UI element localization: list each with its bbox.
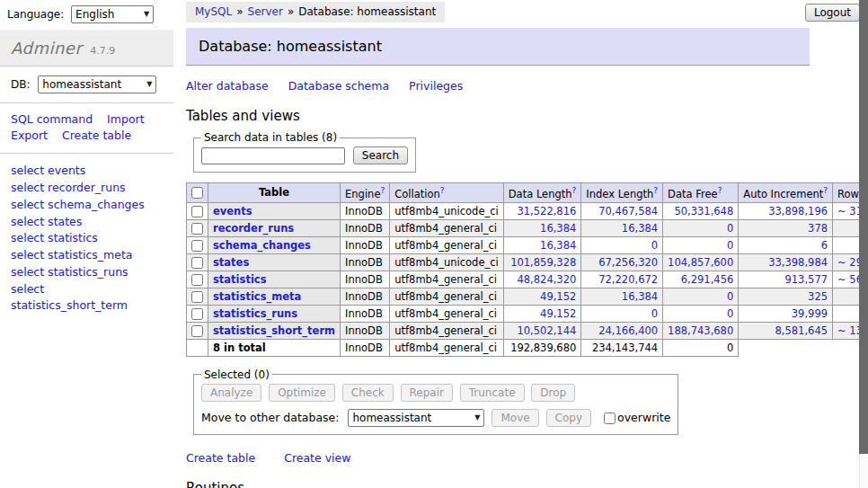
- alter-database-link[interactable]: Alter database: [186, 79, 269, 93]
- index-length-total: 234,143,744: [581, 339, 663, 356]
- table-row: events InnoDB utf8mb4_unicode_ci 31,522,…: [187, 202, 868, 219]
- cell-link[interactable]: 39,999: [792, 307, 828, 320]
- cell-link[interactable]: 24,166,400: [598, 324, 658, 337]
- database-schema-link[interactable]: Database schema: [288, 79, 389, 93]
- row-checkbox[interactable]: [191, 206, 203, 217]
- table-link[interactable]: recorder_runs: [213, 222, 294, 235]
- privileges-link[interactable]: Privileges: [409, 79, 463, 93]
- table-link[interactable]: events: [213, 205, 252, 217]
- row-checkbox[interactable]: [191, 308, 203, 320]
- cell-link[interactable]: 70,467,584: [598, 205, 658, 217]
- row-checkbox[interactable]: [191, 240, 203, 252]
- sidebar-item-select-statistics[interactable]: select statistics: [11, 230, 163, 247]
- cell-link[interactable]: 0: [727, 222, 733, 235]
- cell-link[interactable]: 188,743,680: [668, 324, 733, 337]
- breadcrumb-link-server[interactable]: Server: [248, 5, 283, 18]
- table-link[interactable]: statistics_runs: [213, 307, 297, 320]
- search-button[interactable]: Search: [353, 146, 408, 164]
- create-table-link[interactable]: Create table: [186, 451, 255, 465]
- cell-link[interactable]: 0: [727, 290, 733, 303]
- sidebar-item-select-statistics-meta[interactable]: select statistics_meta: [11, 247, 163, 264]
- move-db-select[interactable]: homeassistant: [348, 409, 484, 427]
- cell-link[interactable]: 50,331,648: [674, 205, 733, 217]
- collation-total: utf8mb4_general_ci: [390, 339, 504, 356]
- cell-link[interactable]: 33,398,984: [768, 256, 828, 269]
- cell-link[interactable]: 0: [651, 307, 658, 320]
- cell-link[interactable]: 16,384: [540, 239, 576, 252]
- help-link[interactable]: ?: [380, 186, 385, 195]
- cell-link[interactable]: 6: [821, 239, 828, 252]
- table-link[interactable]: statistics_meta: [213, 290, 301, 303]
- cell-link[interactable]: 67,256,320: [598, 256, 658, 269]
- overwrite-checkbox[interactable]: [604, 413, 616, 424]
- sidebar-link-import[interactable]: Import: [107, 112, 145, 126]
- help-link[interactable]: ?: [653, 186, 658, 195]
- db-select[interactable]: homeassistant: [38, 75, 156, 93]
- row-checkbox[interactable]: [191, 257, 203, 269]
- sidebar-item-select-events[interactable]: select events: [11, 163, 163, 180]
- tables-and-views-heading: Tables and views: [186, 108, 810, 124]
- column-header-collation: Collation?: [390, 183, 504, 203]
- cell-link[interactable]: 0: [651, 239, 658, 252]
- column-header-table: Table: [208, 183, 341, 203]
- sidebar-item-select-statistics-runs[interactable]: select statistics_runs: [11, 264, 163, 281]
- breadcrumb-link-mysql[interactable]: MySQL: [195, 5, 232, 18]
- scrollbar-thumb[interactable]: [859, 0, 868, 454]
- engine-cell: InnoDB: [341, 236, 390, 253]
- create-view-link[interactable]: Create view: [284, 451, 350, 465]
- cell-link[interactable]: 913,577: [784, 273, 828, 286]
- cell-link[interactable]: 16,384: [540, 222, 576, 235]
- cell-link[interactable]: 6,291,456: [681, 273, 734, 286]
- cell-link[interactable]: 16,384: [622, 290, 658, 303]
- logout-button[interactable]: Logout: [805, 4, 860, 22]
- cell-link[interactable]: 0: [727, 239, 733, 252]
- sidebar-item-select-schema-changes[interactable]: select schema_changes: [11, 197, 163, 214]
- help-link[interactable]: ?: [718, 186, 722, 195]
- cell-link[interactable]: 104,857,600: [668, 256, 733, 269]
- table-row: schema_changes InnoDB utf8mb4_general_ci…: [187, 236, 868, 253]
- cell-link[interactable]: 33,898,196: [768, 205, 828, 217]
- main-content: Database: homeassistant Alter database D…: [186, 21, 810, 488]
- help-link[interactable]: ?: [440, 186, 445, 195]
- row-checkbox[interactable]: [191, 291, 203, 303]
- table-row: statistics_meta InnoDB utf8mb4_general_c…: [187, 288, 868, 305]
- cell-link[interactable]: 72,220,672: [598, 273, 658, 286]
- cell-link[interactable]: 10,502,144: [517, 324, 576, 337]
- table-link[interactable]: states: [213, 256, 249, 269]
- table-link[interactable]: schema_changes: [213, 239, 311, 252]
- sidebar-link-create-table[interactable]: Create table: [62, 129, 131, 142]
- cell-link[interactable]: 325: [808, 290, 828, 303]
- cell-link[interactable]: 8,581,645: [775, 324, 828, 337]
- select-all-checkbox[interactable]: [191, 187, 203, 199]
- search-input[interactable]: [201, 147, 345, 164]
- cell-link[interactable]: 16,384: [622, 222, 658, 235]
- row-checkbox[interactable]: [191, 223, 203, 235]
- column-header-data-free: Data Free?: [663, 183, 739, 203]
- cell-link[interactable]: 101,859,328: [510, 256, 576, 269]
- sidebar-item-select-states[interactable]: select states: [11, 214, 163, 231]
- sidebar-link-export[interactable]: Export: [11, 129, 48, 142]
- cell-link[interactable]: 48,824,320: [517, 273, 576, 286]
- sidebar-item-select-statistics-short-term[interactable]: select statistics_short_term: [11, 281, 163, 315]
- collation-cell: utf8mb4_general_ci: [390, 219, 504, 236]
- vertical-scrollbar[interactable]: [859, 0, 868, 488]
- move-row: Move to other database: homeassistant ▼ …: [201, 409, 670, 428]
- cell-link[interactable]: 49,152: [540, 290, 576, 303]
- language-select[interactable]: English: [71, 5, 154, 23]
- row-checkbox[interactable]: [191, 325, 203, 337]
- cell-link[interactable]: 0: [727, 307, 733, 320]
- table-link[interactable]: statistics_short_term: [213, 324, 335, 337]
- help-link[interactable]: ?: [572, 186, 577, 195]
- sidebar-link-sql-command[interactable]: SQL command: [11, 112, 93, 126]
- create-links: Create table Create view: [186, 451, 810, 465]
- adminer-brand: Adminer 4.7.9: [0, 30, 173, 67]
- row-checkbox[interactable]: [191, 274, 203, 286]
- table-header-row: Table Engine? Collation? Data Length? In…: [187, 183, 868, 203]
- help-link[interactable]: ?: [823, 186, 828, 195]
- table-link[interactable]: statistics: [213, 273, 267, 286]
- cell-link[interactable]: 378: [808, 222, 828, 235]
- cell-link[interactable]: 31,522,816: [517, 205, 576, 217]
- sidebar-table-links: select events select recorder_runs selec…: [0, 154, 173, 324]
- sidebar-item-select-recorder-runs[interactable]: select recorder_runs: [11, 180, 163, 197]
- cell-link[interactable]: 49,152: [540, 307, 576, 320]
